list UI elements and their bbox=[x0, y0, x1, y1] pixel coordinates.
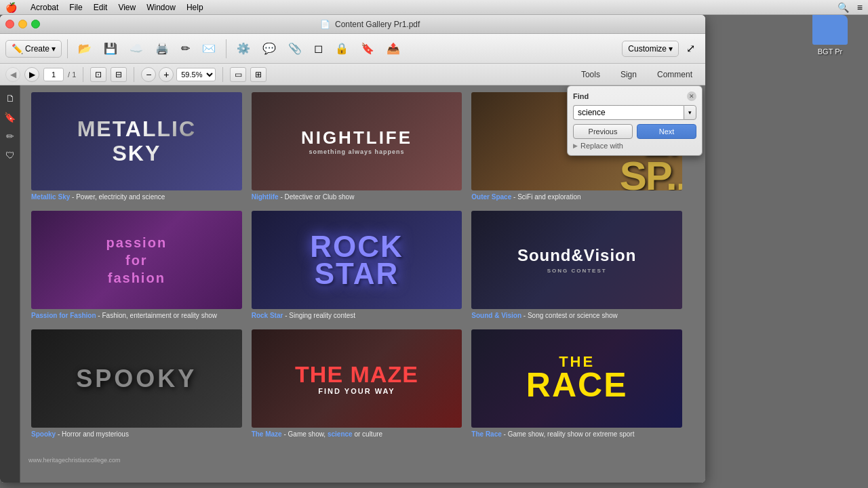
tools-button[interactable]: Tools bbox=[574, 67, 608, 82]
replace-label: Replace with bbox=[580, 142, 623, 150]
gallery-item-the-race[interactable]: THE RACE The Race - Game show, reality s… bbox=[471, 329, 682, 439]
caption-outer-space: Outer Space - SciFi and exploration bbox=[471, 192, 682, 201]
create-button[interactable]: ✏️ Create ▾ bbox=[5, 40, 62, 58]
email-button[interactable]: ✉️ bbox=[197, 39, 220, 58]
menu-acrobat[interactable]: Acrobat bbox=[25, 1, 64, 14]
comment-bubble-button[interactable]: 💬 bbox=[258, 39, 281, 58]
thumb-passion-fashion: passion for fashion bbox=[31, 211, 242, 309]
gallery-item-nightlife[interactable]: NIGHTLIFE something always happens Night… bbox=[252, 92, 462, 201]
find-dropdown-button[interactable]: ▾ bbox=[684, 105, 696, 120]
create-dropdown-arrow: ▾ bbox=[52, 44, 56, 54]
list-icon[interactable]: ≡ bbox=[857, 2, 863, 13]
find-header: Find ✕ bbox=[573, 92, 696, 101]
toolbar-separator-1 bbox=[67, 39, 68, 58]
menu-bar: 🍎 Acrobat File Edit View Window Help 🔍 ≡ bbox=[0, 0, 868, 15]
caption-rock-star: Rock Star - Singing reality contest bbox=[252, 311, 462, 320]
find-previous-button[interactable]: Previous bbox=[573, 124, 633, 139]
nav-separator-2 bbox=[134, 67, 134, 82]
menu-edit[interactable]: Edit bbox=[88, 1, 113, 14]
gallery-item-passion-fashion[interactable]: passion for fashion Passion for Fashion … bbox=[31, 211, 242, 320]
nav-bar: ◀ ▶ / 1 ⊡ ⊟ − + 59.5% 50% 75% 100% 125% … bbox=[0, 64, 705, 85]
toolbar: ✏️ Create ▾ 📂 💾 ☁️ 🖨️ ✏ ✉️ ⚙️ 💬 📎 ◻ 🔒 🔖 … bbox=[0, 34, 705, 64]
zoom-controls: − + 59.5% 50% 75% 100% 125% bbox=[141, 67, 216, 82]
nav-forward-button[interactable]: ▶ bbox=[24, 67, 39, 82]
lock-button[interactable]: 🔒 bbox=[330, 39, 353, 58]
sidebar-security-icon[interactable]: 🛡 bbox=[3, 148, 18, 163]
window-expand-button[interactable]: ⤢ bbox=[682, 39, 700, 58]
menu-window[interactable]: Window bbox=[141, 1, 181, 14]
bookmark-button[interactable]: 🔖 bbox=[356, 39, 379, 58]
zoom-select[interactable]: 59.5% 50% 75% 100% 125% bbox=[176, 68, 216, 81]
window-title: 📄 Content Gallery Pr1.pdf bbox=[40, 20, 700, 29]
single-page-view[interactable]: ▭ bbox=[230, 67, 246, 82]
zoom-out-button[interactable]: − bbox=[141, 67, 156, 82]
sidebar-page-icon[interactable]: 🗋 bbox=[3, 91, 18, 106]
title-metallic-sky[interactable]: Metallic Sky bbox=[31, 193, 70, 201]
menu-view[interactable]: View bbox=[113, 1, 141, 14]
open-button[interactable]: 📂 bbox=[73, 39, 96, 58]
minimize-button[interactable] bbox=[18, 20, 27, 28]
thumb-the-race: THE RACE bbox=[471, 329, 682, 428]
title-the-race[interactable]: The Race bbox=[471, 430, 501, 438]
title-outer-space[interactable]: Outer Space bbox=[471, 193, 511, 201]
traffic-lights bbox=[5, 20, 40, 28]
desktop-folder[interactable]: BGT Pr bbox=[812, 15, 848, 56]
sidebar-edit-icon[interactable]: ✏ bbox=[3, 129, 18, 144]
shapes-button[interactable]: ◻ bbox=[309, 39, 328, 58]
thumb-rock-star: ROCK STAR bbox=[252, 211, 462, 309]
gallery-item-spooky[interactable]: SPOOKY Spooky - Horror and mysterious bbox=[31, 329, 242, 439]
comment-button[interactable]: Comment bbox=[650, 67, 700, 82]
thumb-spooky: SPOOKY bbox=[31, 329, 242, 428]
nav-separator-3 bbox=[222, 67, 223, 82]
title-nightlife[interactable]: Nightlife bbox=[252, 193, 279, 201]
maximize-button[interactable] bbox=[31, 20, 40, 28]
content-area: 🗋 🔖 ✏ 🛡 METALLIC SKY Metallic Sky bbox=[0, 85, 705, 483]
attach-button[interactable]: 📎 bbox=[283, 39, 307, 58]
watermark: www.heritagechristiancollege.com bbox=[28, 457, 121, 464]
caption-passion-fashion: Passion for Fashion - Fashion, entertain… bbox=[31, 311, 242, 320]
title-the-maze[interactable]: The Maze bbox=[252, 430, 282, 438]
replace-row[interactable]: ▶ Replace with bbox=[573, 142, 696, 150]
title-passion-fashion[interactable]: Passion for Fashion bbox=[31, 312, 96, 319]
gallery-item-the-maze[interactable]: THE MAZE FIND YOUR WAY The Maze - Game s… bbox=[252, 329, 462, 439]
menu-file[interactable]: File bbox=[64, 1, 87, 14]
pdf-icon: 📄 bbox=[320, 20, 330, 29]
nav-separator-1 bbox=[83, 67, 83, 82]
settings-button[interactable]: ⚙️ bbox=[232, 39, 255, 58]
close-button[interactable] bbox=[5, 20, 14, 28]
find-next-button[interactable]: Next bbox=[637, 124, 696, 139]
zoom-in-button[interactable]: + bbox=[159, 67, 174, 82]
gallery-item-rock-star[interactable]: ROCK STAR Rock Star - Singing reality co… bbox=[252, 211, 462, 320]
find-search-input[interactable] bbox=[573, 105, 684, 120]
export-button[interactable]: 📤 bbox=[382, 39, 405, 58]
save-button[interactable]: 💾 bbox=[99, 39, 122, 58]
left-sidebar: 🗋 🔖 ✏ 🛡 bbox=[0, 85, 20, 483]
customize-button[interactable]: Customize ▾ bbox=[622, 41, 679, 57]
find-input-row: ▾ bbox=[573, 105, 696, 120]
find-close-button[interactable]: ✕ bbox=[687, 92, 696, 101]
sign-button[interactable]: Sign bbox=[613, 67, 644, 82]
edit-button[interactable]: ✏ bbox=[176, 39, 195, 58]
fit-width-button[interactable]: ⊟ bbox=[111, 67, 127, 82]
toolbar-separator-2 bbox=[226, 39, 226, 58]
find-dialog: Find ✕ ▾ Previous Next ▶ Replace with bbox=[567, 85, 703, 156]
title-rock-star[interactable]: Rock Star bbox=[252, 312, 283, 319]
gallery-item-sound-vision[interactable]: Sound&Vision SONG CONTEST Sound & Vision… bbox=[471, 211, 682, 320]
title-spooky[interactable]: Spooky bbox=[31, 430, 56, 438]
nav-back-button[interactable]: ◀ bbox=[5, 67, 20, 82]
search-menubar-icon[interactable]: 🔍 bbox=[837, 2, 849, 13]
caption-the-maze: The Maze - Game show, science or culture bbox=[252, 430, 462, 439]
apple-menu[interactable]: 🍎 bbox=[5, 2, 17, 13]
fit-page-button[interactable]: ⊡ bbox=[90, 67, 106, 82]
gallery-item-metallic-sky[interactable]: METALLIC SKY Metallic Sky - Power, elect… bbox=[31, 92, 242, 201]
page-number-input[interactable] bbox=[43, 68, 64, 81]
cloud-button[interactable]: ☁️ bbox=[125, 39, 148, 58]
create-icon: ✏️ bbox=[12, 43, 23, 54]
caption-nightlife: Nightlife - Detective or Club show bbox=[252, 192, 462, 201]
sidebar-bookmark-icon[interactable]: 🔖 bbox=[3, 110, 18, 125]
continuous-view[interactable]: ⊞ bbox=[250, 67, 267, 82]
title-sound-vision[interactable]: Sound & Vision bbox=[471, 312, 521, 319]
customize-dropdown-arrow: ▾ bbox=[669, 44, 673, 54]
menu-help[interactable]: Help bbox=[181, 1, 209, 14]
print-button[interactable]: 🖨️ bbox=[151, 39, 174, 58]
